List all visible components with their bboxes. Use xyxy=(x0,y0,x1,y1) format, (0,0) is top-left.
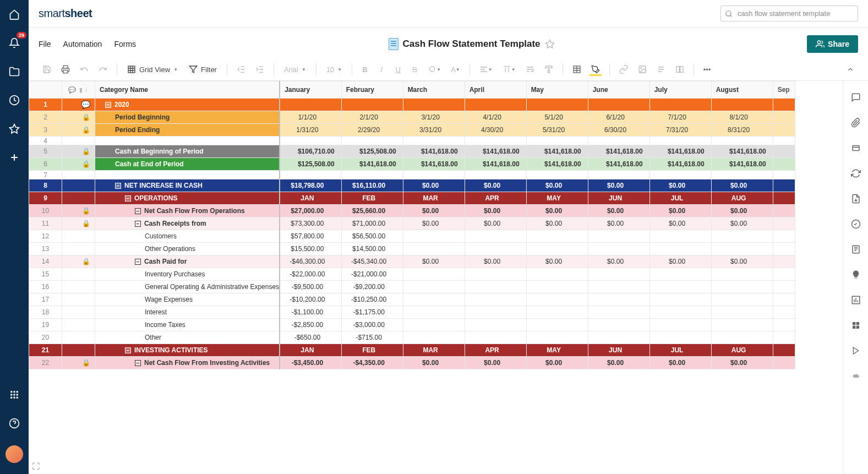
category-cell[interactable]: Period Beginning xyxy=(95,111,280,124)
data-cell[interactable]: MAR xyxy=(403,344,465,357)
data-cell[interactable]: MAR xyxy=(403,192,465,205)
grid-row[interactable]: 18Interest-$1,100.00-$1,175.00 xyxy=(29,306,795,319)
category-cell[interactable]: −Net Cash Flow From Operations xyxy=(95,205,280,217)
data-cell[interactable]: $0.00 xyxy=(711,205,773,217)
data-cell[interactable] xyxy=(773,230,795,243)
data-cell[interactable] xyxy=(588,171,649,179)
data-cell[interactable] xyxy=(341,99,403,111)
grid-scroll-area[interactable]: 💬▮i Category Name January February March… xyxy=(29,81,843,474)
cards-icon[interactable] xyxy=(672,62,688,77)
data-cell[interactable] xyxy=(649,331,711,344)
data-cell[interactable] xyxy=(526,281,588,293)
data-cell[interactable] xyxy=(526,243,588,255)
data-cell[interactable]: $0.00 xyxy=(588,179,649,192)
data-cell[interactable] xyxy=(465,268,526,281)
data-cell[interactable]: $0.00 xyxy=(465,217,526,230)
data-cell[interactable] xyxy=(526,99,588,111)
data-cell[interactable] xyxy=(403,319,465,331)
data-cell[interactable]: $141,618.00 xyxy=(341,158,403,171)
home-icon[interactable] xyxy=(8,8,21,21)
data-cell[interactable] xyxy=(649,137,711,145)
row-number[interactable]: 12 xyxy=(29,230,62,243)
data-cell[interactable] xyxy=(773,124,795,137)
data-cell[interactable] xyxy=(465,319,526,331)
data-cell[interactable]: 4/1/20 xyxy=(465,111,526,124)
data-cell[interactable]: 3/1/20 xyxy=(403,111,465,124)
grid-row[interactable]: 11🔒−Cash Receipts from$73,300.00$71,000.… xyxy=(29,217,795,230)
data-cell[interactable]: 2/1/20 xyxy=(341,111,403,124)
data-cell[interactable] xyxy=(773,145,795,158)
data-cell[interactable]: $0.00 xyxy=(711,179,773,192)
data-cell[interactable] xyxy=(526,293,588,306)
italic-icon[interactable]: I xyxy=(374,62,389,77)
data-cell[interactable]: $0.00 xyxy=(403,357,465,369)
collapse-toolbar-icon[interactable] xyxy=(843,62,858,77)
data-cell[interactable] xyxy=(711,319,773,331)
logo[interactable]: smartsheet xyxy=(39,7,92,20)
grid-row[interactable]: 7 xyxy=(29,171,795,179)
align-top-icon[interactable]: ▼ xyxy=(499,62,520,77)
data-cell[interactable]: JAN xyxy=(280,344,341,357)
category-cell[interactable]: Other xyxy=(95,331,280,344)
month-header[interactable]: February xyxy=(341,81,403,99)
data-cell[interactable]: $141,618.00 xyxy=(588,145,649,158)
grid-row[interactable]: 14🔒−Cash Paid for-$46,300.00-$45,340.00$… xyxy=(29,255,795,268)
data-cell[interactable] xyxy=(588,137,649,145)
apps-icon[interactable] xyxy=(8,388,21,401)
data-cell[interactable]: $141,618.00 xyxy=(465,145,526,158)
row-number[interactable]: 11 xyxy=(29,217,62,230)
data-cell[interactable] xyxy=(465,99,526,111)
data-cell[interactable] xyxy=(588,230,649,243)
data-cell[interactable]: 5/1/20 xyxy=(526,111,588,124)
data-cell[interactable]: 1/31/20 xyxy=(280,124,341,137)
data-cell[interactable]: $0.00 xyxy=(588,255,649,268)
wrap-text-icon[interactable] xyxy=(522,62,538,77)
proofs-icon[interactable] xyxy=(850,143,861,154)
data-cell[interactable]: $0.00 xyxy=(465,255,526,268)
connector-icon[interactable] xyxy=(850,371,861,382)
font-size-dropdown[interactable]: 10▼ xyxy=(322,63,346,76)
data-cell[interactable]: 4/30/20 xyxy=(465,124,526,137)
data-cell[interactable] xyxy=(588,268,649,281)
data-cell[interactable] xyxy=(526,230,588,243)
data-cell[interactable]: AUG xyxy=(711,192,773,205)
data-cell[interactable] xyxy=(649,281,711,293)
data-cell[interactable] xyxy=(526,171,588,179)
category-cell[interactable]: −Cash Receipts from xyxy=(95,217,280,230)
data-cell[interactable] xyxy=(711,306,773,319)
data-cell[interactable] xyxy=(465,137,526,145)
data-cell[interactable] xyxy=(341,171,403,179)
month-header[interactable]: Sep xyxy=(773,81,795,99)
month-header[interactable]: July xyxy=(649,81,711,99)
data-cell[interactable]: MAY xyxy=(526,344,588,357)
grid-row[interactable]: 16General Operating & Administrative Exp… xyxy=(29,281,795,293)
row-number[interactable]: 1 xyxy=(29,99,62,111)
data-cell[interactable] xyxy=(526,319,588,331)
data-cell[interactable]: $0.00 xyxy=(465,179,526,192)
search-input[interactable] xyxy=(720,6,858,21)
data-cell[interactable] xyxy=(526,268,588,281)
category-cell[interactable]: −NET INCREASE IN CASH xyxy=(95,179,280,192)
grid-row[interactable]: 12Customers$57,800.00$56,500.00 xyxy=(29,230,795,243)
grid-row[interactable]: 10🔒−Net Cash Flow From Operations$27,000… xyxy=(29,205,795,217)
link-icon[interactable] xyxy=(615,62,632,77)
summary-icon[interactable] xyxy=(850,244,861,255)
row-number[interactable]: 9 xyxy=(29,192,62,205)
folder-icon[interactable] xyxy=(8,65,21,78)
data-cell[interactable]: $0.00 xyxy=(711,255,773,268)
add-icon[interactable] xyxy=(8,151,21,164)
data-cell[interactable] xyxy=(711,137,773,145)
dashboard-icon[interactable] xyxy=(850,320,861,331)
comment-icon[interactable]: 💬 xyxy=(81,100,90,109)
data-cell[interactable] xyxy=(465,293,526,306)
data-cell[interactable] xyxy=(403,99,465,111)
data-cell[interactable]: -$9,500.00 xyxy=(280,281,341,293)
data-cell[interactable]: $0.00 xyxy=(588,357,649,369)
charts-icon[interactable] xyxy=(850,295,861,306)
category-cell[interactable]: −Cash Paid for xyxy=(95,255,280,268)
data-cell[interactable]: FEB xyxy=(341,344,403,357)
grid-row[interactable]: 4 xyxy=(29,137,795,145)
data-cell[interactable]: $0.00 xyxy=(526,255,588,268)
data-cell[interactable]: $73,300.00 xyxy=(280,217,341,230)
data-cell[interactable] xyxy=(773,192,795,205)
